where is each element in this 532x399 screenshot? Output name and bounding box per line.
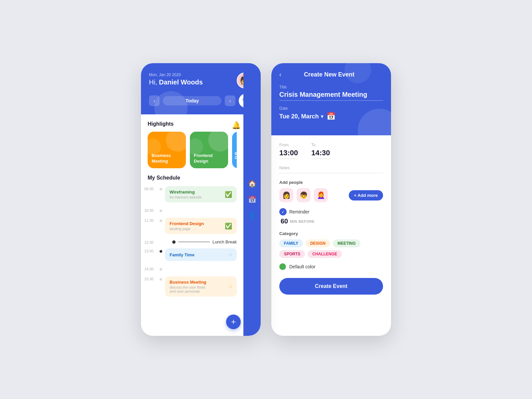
calendar-picker-icon[interactable]: 📅 (327, 112, 335, 121)
to-value[interactable]: 14:30 (311, 149, 330, 159)
time-slot-1530: 15:30 Business Meeting discuss the user … (141, 275, 243, 301)
person-avatar-2[interactable]: 👦 (297, 188, 311, 202)
time-slot-1330: 13:30 Family Time ○ (141, 247, 243, 265)
date-field-group: Date Tue 20, March ▾ 📅 (279, 106, 383, 121)
category-label: Category (279, 231, 383, 236)
color-dot[interactable] (279, 263, 286, 270)
circle-icon: ○ (229, 252, 232, 258)
left-phone-body: Highlights BusinessMeeting FrontendDesig… (141, 114, 261, 336)
nav-prev-button[interactable]: ‹ (149, 95, 160, 106)
time-slot-1430: 14:30 (141, 265, 243, 275)
chevron-down-icon: ▾ (321, 114, 323, 119)
highlight-card-business[interactable]: BusinessMeeting (148, 132, 186, 168)
create-body: From 13:00 To 14:30 Notes Add people 👩 👦… (271, 135, 391, 336)
nav-next-button[interactable]: › (225, 95, 235, 106)
cat-challenge[interactable]: CHALLENGE (308, 250, 342, 258)
highlights-row: BusinessMeeting FrontendDesign BaDe (148, 132, 237, 168)
lunch-label: Lunch Break (212, 239, 237, 244)
time-dot-0930 (160, 188, 162, 191)
add-more-button[interactable]: + Add more (349, 190, 383, 200)
circle-icon-2: ○ (229, 284, 232, 290)
time-dot-1430 (160, 268, 162, 271)
reminder-row: ✓ Reminder (279, 208, 383, 215)
lunch-dot (172, 240, 176, 244)
schedule-section: My Schedule 09:30 Wireframing for Hanna'… (141, 168, 243, 301)
nav-today-button[interactable]: Today (163, 96, 221, 105)
lunch-row: 12:30 Lunch Break (141, 238, 243, 247)
check-icon-2: ✅ (225, 222, 232, 230)
to-label: To (311, 143, 330, 147)
right-phone: ‹ Create New Event Title Crisis Manageme… (271, 63, 391, 336)
header-greeting: Hi, Daniel Woods (149, 78, 203, 86)
time-dot-1530 (160, 278, 162, 281)
fab-button[interactable]: + (226, 315, 241, 329)
reminder-unit: MIN BEFORE (290, 219, 315, 223)
notes-line (279, 173, 383, 173)
time-dot-1130 (160, 219, 162, 222)
time-slot-1130: 11:30 Frontend Design landing page ✅ (141, 216, 243, 238)
title-field-label: Title (279, 85, 383, 89)
highlight-card-frontend[interactable]: FrontendDesign (190, 132, 228, 168)
event-frontend[interactable]: Frontend Design landing page ✅ (165, 218, 237, 234)
left-phone-header: Mon, Jan 20 2020 Hi, Daniel Woods 🧑 ‹ To… (141, 63, 261, 114)
notes-label: Notes (279, 166, 383, 170)
time-row: From 13:00 To 14:30 (279, 143, 383, 159)
event-family[interactable]: Family Time ○ (165, 248, 237, 261)
reminder-num[interactable]: 60 (281, 217, 288, 225)
home-icon[interactable]: 🏠 (248, 180, 256, 188)
notification-bell[interactable]: 🔔 (232, 121, 241, 130)
event-business[interactable]: Business Meeting discuss the user flowsa… (165, 276, 237, 297)
create-header: ‹ Create New Event Title Crisis Manageme… (271, 63, 391, 135)
person-avatar-1[interactable]: 👩 (279, 188, 293, 202)
reminder-label: Reminder (289, 209, 310, 214)
lunch-line (178, 242, 210, 242)
from-label: From (279, 143, 298, 147)
cat-family[interactable]: FAMILY (279, 239, 303, 247)
date-field-label: Date (279, 106, 383, 111)
cat-sports[interactable]: SPORTS (279, 250, 305, 258)
highlights-title: Highlights (148, 121, 237, 127)
cat-design[interactable]: DESIGN (306, 239, 330, 247)
add-people-label: Add people (279, 180, 383, 185)
time-dot-1030 (160, 209, 162, 212)
left-phone: Mon, Jan 20 2020 Hi, Daniel Woods 🧑 ‹ To… (141, 63, 261, 336)
notes-group: Notes (279, 166, 383, 173)
reminder-check[interactable]: ✓ (279, 208, 287, 215)
cat-meeting[interactable]: MEETING (333, 239, 360, 247)
reminder-time-row: 60 MIN BEFORE (281, 217, 383, 225)
category-row: FAMILY DESIGN MEETING SPORTS CHALLENGE (279, 239, 383, 258)
time-slot-1030: 10:30 (141, 206, 243, 216)
color-row: Default color (279, 263, 383, 270)
create-page-title: Create New Event (287, 71, 372, 78)
from-value[interactable]: 13:00 (279, 149, 298, 159)
to-group: To 14:30 (311, 143, 330, 159)
person-avatar-3[interactable]: 👩‍🦰 (314, 188, 328, 202)
people-row: 👩 👦 👩‍🦰 + Add more (279, 188, 383, 202)
add-people-group: Add people 👩 👦 👩‍🦰 + Add more (279, 180, 383, 202)
from-group: From 13:00 (279, 143, 298, 159)
back-button[interactable]: ‹ (279, 71, 281, 78)
check-icon: ✅ (225, 191, 232, 198)
date-value[interactable]: Tue 20, March ▾ (279, 113, 323, 120)
time-dot-1330 (160, 250, 162, 253)
highlights-section: Highlights BusinessMeeting FrontendDesig… (141, 114, 243, 168)
header-date: Mon, Jan 20 2020 (149, 72, 203, 77)
schedule-title: My Schedule (141, 175, 243, 181)
create-event-button[interactable]: Create Event (279, 278, 383, 295)
title-field-value[interactable]: Crisis Management Meeting (279, 91, 383, 101)
highlight-card-partial[interactable]: BaDe (232, 132, 237, 168)
time-slot-0930: 09:30 Wireframing for Hanna's website ✅ (141, 185, 243, 206)
title-field-group: Title Crisis Management Meeting (279, 85, 383, 101)
event-wireframing[interactable]: Wireframing for Hanna's website ✅ (165, 186, 237, 202)
phone-sidebar: 🏠 📅 👤 (243, 63, 261, 336)
add-person-icon[interactable]: 👤 (248, 211, 256, 219)
calendar-icon[interactable]: 📅 (248, 196, 256, 203)
color-label: Default color (289, 264, 316, 269)
